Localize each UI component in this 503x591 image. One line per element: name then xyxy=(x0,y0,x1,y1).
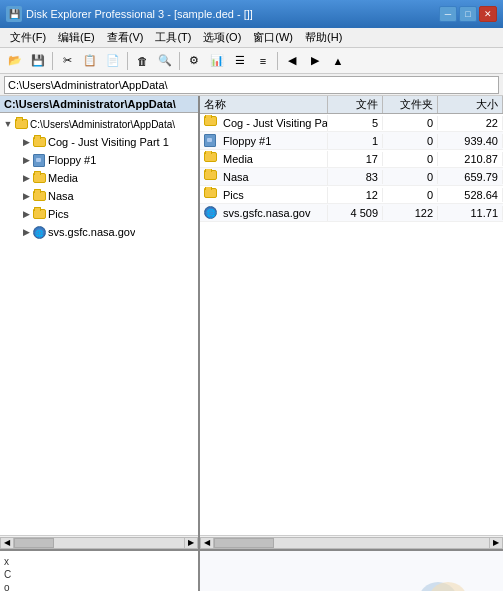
tree-expander-floppy[interactable]: ▶ xyxy=(20,154,32,166)
cell-name-pics: Pics xyxy=(200,187,328,203)
tree-area[interactable]: ▼ C:\Users\Administrator\AppData\ ▶ Cog … xyxy=(0,113,198,535)
bottom-char-x: x xyxy=(4,556,9,567)
app-icon: 💾 xyxy=(6,6,22,22)
tree-item-media[interactable]: ▶ Media xyxy=(0,169,198,187)
scroll-left-btn-right[interactable]: ◀ xyxy=(200,537,214,549)
toolbar-sep1 xyxy=(52,52,53,70)
bottom-char-o: o xyxy=(4,582,10,591)
toolbar-save[interactable]: 💾 xyxy=(27,50,49,72)
bottom-area: x C o g J u s t Win7系统之家 Www.Win7之7.com xyxy=(0,549,503,591)
bottom-right-panel: Win7系统之家 Www.Win7之7.com xyxy=(200,551,503,591)
toolbar-prev[interactable]: ◀ xyxy=(281,50,303,72)
toolbar-search[interactable]: 🔍 xyxy=(154,50,176,72)
tree-label-floppy: Floppy #1 xyxy=(48,154,96,166)
cell-name-cog: Cog - Just Visiting Part 1 xyxy=(200,115,328,131)
menu-tools[interactable]: 工具(T) xyxy=(149,29,197,46)
tree-item-root[interactable]: ▼ C:\Users\Administrator\AppData\ xyxy=(0,115,198,133)
title-bar: 💾 Disk Explorer Professional 3 - [sample… xyxy=(0,0,503,28)
address-bar xyxy=(0,74,503,96)
watermark-logo xyxy=(413,577,473,591)
toolbar-paste[interactable]: 📄 xyxy=(102,50,124,72)
left-h-scrollbar[interactable]: ◀ ▶ xyxy=(0,535,198,549)
toolbar-up[interactable]: ▲ xyxy=(327,50,349,72)
cell-files-svs: 4 509 xyxy=(328,206,383,220)
scroll-right-btn-right[interactable]: ▶ xyxy=(489,537,503,549)
menu-bar: 文件(F) 编辑(E) 查看(V) 工具(T) 选项(O) 窗口(W) 帮助(H… xyxy=(0,28,503,48)
list-header: 名称 文件 文件夹 大小 xyxy=(200,96,503,114)
toolbar-copy[interactable]: 📋 xyxy=(79,50,101,72)
web-icon-svs: 🌐 xyxy=(32,225,46,239)
bottom-char-c: C xyxy=(4,569,11,580)
tree-expander-svs[interactable]: ▶ xyxy=(20,226,32,238)
scroll-thumb[interactable] xyxy=(14,538,54,548)
menu-view[interactable]: 查看(V) xyxy=(101,29,150,46)
col-header-folders[interactable]: 文件夹 xyxy=(383,96,438,113)
scroll-track-right xyxy=(214,537,489,549)
tree-expander-cog[interactable]: ▶ xyxy=(20,136,32,148)
tree-expander-root[interactable]: ▼ xyxy=(2,118,14,130)
folder-icon-media xyxy=(32,171,46,185)
tree-label-root: C:\Users\Administrator\AppData\ xyxy=(30,119,175,130)
address-input[interactable] xyxy=(4,76,499,94)
tree-item-nasa[interactable]: ▶ Nasa xyxy=(0,187,198,205)
tree-item-svs[interactable]: ▶ 🌐 svs.gsfc.nasa.gov xyxy=(0,223,198,241)
list-item[interactable]: 🌐 svs.gsfc.nasa.gov 4 509 122 11.71 xyxy=(200,204,503,222)
tree-label-pics: Pics xyxy=(48,208,69,220)
cell-files-media: 17 xyxy=(328,152,383,166)
cell-size-nasa: 659.79 xyxy=(438,170,503,184)
scroll-right-btn[interactable]: ▶ xyxy=(184,537,198,549)
maximize-button[interactable]: □ xyxy=(459,6,477,22)
tree-label-cog: Cog - Just Visiting Part 1 xyxy=(48,136,169,148)
list-item[interactable]: Media 17 0 210.87 xyxy=(200,150,503,168)
cell-name-nasa: Nasa xyxy=(200,169,328,185)
col-header-size[interactable]: 大小 xyxy=(438,96,503,113)
tree-label-svs: svs.gsfc.nasa.gov xyxy=(48,226,135,238)
cell-size-floppy: 939.40 xyxy=(438,134,503,148)
tree-item-pics[interactable]: ▶ Pics xyxy=(0,205,198,223)
close-button[interactable]: ✕ xyxy=(479,6,497,22)
toolbar-list[interactable]: ☰ xyxy=(229,50,251,72)
scroll-thumb-right[interactable] xyxy=(214,538,274,548)
list-item[interactable]: Floppy #1 1 0 939.40 xyxy=(200,132,503,150)
tree-item-floppy[interactable]: ▶ Floppy #1 xyxy=(0,151,198,169)
menu-window[interactable]: 窗口(W) xyxy=(247,29,299,46)
toolbar-settings[interactable]: ⚙ xyxy=(183,50,205,72)
folder-icon-row3 xyxy=(204,170,218,184)
list-item[interactable]: Pics 12 0 528.64 xyxy=(200,186,503,204)
tree-expander-media[interactable]: ▶ xyxy=(20,172,32,184)
right-h-scrollbar[interactable]: ◀ ▶ xyxy=(200,535,503,549)
col-header-name[interactable]: 名称 xyxy=(200,96,328,113)
col-header-files[interactable]: 文件 xyxy=(328,96,383,113)
folder-icon xyxy=(14,117,28,131)
list-item[interactable]: Nasa 83 0 659.79 xyxy=(200,168,503,186)
toolbar-details[interactable]: ≡ xyxy=(252,50,274,72)
cell-name-media: Media xyxy=(200,151,328,167)
toolbar-new[interactable]: 📂 xyxy=(4,50,26,72)
toolbar-sep4 xyxy=(277,52,278,70)
main-area: C:\Users\Administrator\AppData\ ▼ C:\Use… xyxy=(0,96,503,549)
disk-icon-row1 xyxy=(204,134,218,148)
toolbar-next[interactable]: ▶ xyxy=(304,50,326,72)
cell-files-nasa: 83 xyxy=(328,170,383,184)
menu-edit[interactable]: 编辑(E) xyxy=(52,29,101,46)
cell-folders-cog: 0 xyxy=(383,116,438,130)
menu-options[interactable]: 选项(O) xyxy=(197,29,247,46)
tree-expander-pics[interactable]: ▶ xyxy=(20,208,32,220)
left-pane: C:\Users\Administrator\AppData\ ▼ C:\Use… xyxy=(0,96,200,549)
toolbar-delete[interactable]: 🗑 xyxy=(131,50,153,72)
list-area[interactable]: Cog - Just Visiting Part 1 5 0 22 Floppy… xyxy=(200,114,503,535)
tree-expander-nasa[interactable]: ▶ xyxy=(20,190,32,202)
list-item[interactable]: Cog - Just Visiting Part 1 5 0 22 xyxy=(200,114,503,132)
toolbar-cut[interactable]: ✂ xyxy=(56,50,78,72)
menu-help[interactable]: 帮助(H) xyxy=(299,29,348,46)
folder-icon-cog xyxy=(32,135,46,149)
scroll-left-btn[interactable]: ◀ xyxy=(0,537,14,549)
right-pane: 名称 文件 文件夹 大小 Cog - Just Visiting Part 1 … xyxy=(200,96,503,549)
toolbar: 📂 💾 ✂ 📋 📄 🗑 🔍 ⚙ 📊 ☰ ≡ ◀ ▶ ▲ xyxy=(0,48,503,74)
cell-files-cog: 5 xyxy=(328,116,383,130)
toolbar-chart[interactable]: 📊 xyxy=(206,50,228,72)
tree-item-cog[interactable]: ▶ Cog - Just Visiting Part 1 xyxy=(0,133,198,151)
cell-files-pics: 12 xyxy=(328,188,383,202)
minimize-button[interactable]: ─ xyxy=(439,6,457,22)
menu-file[interactable]: 文件(F) xyxy=(4,29,52,46)
